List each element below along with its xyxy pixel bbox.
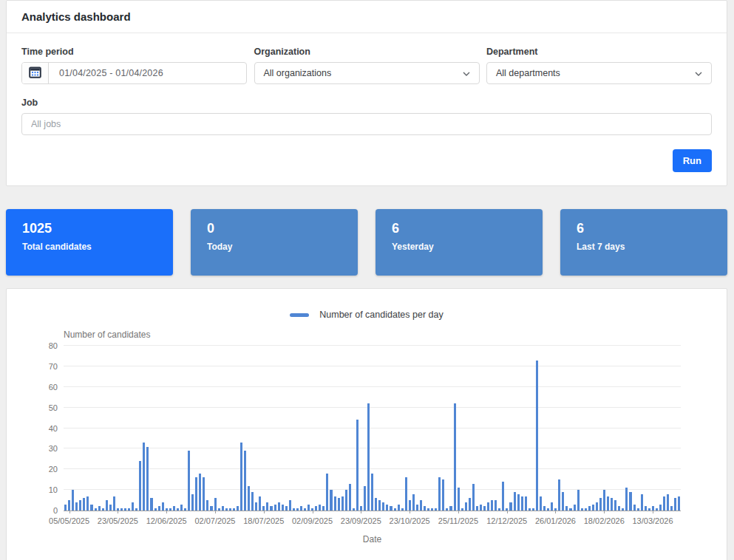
- chart-bar[interactable]: [322, 506, 324, 511]
- chart-bar[interactable]: [237, 506, 239, 511]
- chart-bar[interactable]: [569, 508, 571, 511]
- chart-bar[interactable]: [585, 508, 587, 511]
- chart-bar[interactable]: [663, 496, 665, 511]
- chart-bar[interactable]: [98, 506, 101, 511]
- chart-bar[interactable]: [135, 508, 137, 511]
- chart-bar[interactable]: [356, 420, 358, 511]
- chart-bar[interactable]: [674, 498, 676, 511]
- chart-bar[interactable]: [68, 500, 70, 511]
- chart-bar[interactable]: [177, 508, 179, 511]
- chart-bar[interactable]: [259, 496, 261, 511]
- chart-bar[interactable]: [64, 505, 67, 511]
- chart-bar[interactable]: [461, 508, 463, 511]
- chart-bar[interactable]: [438, 477, 441, 511]
- chart-bar[interactable]: [599, 498, 602, 511]
- chart-bar[interactable]: [158, 506, 160, 511]
- chart-bar[interactable]: [491, 500, 493, 511]
- chart-bar[interactable]: [304, 508, 306, 511]
- chart-bar[interactable]: [188, 451, 190, 511]
- chart-bar[interactable]: [300, 506, 302, 511]
- job-input[interactable]: [21, 113, 712, 135]
- chart-bar[interactable]: [637, 508, 639, 511]
- chart-bar[interactable]: [146, 447, 149, 511]
- chart-bar[interactable]: [285, 506, 288, 511]
- chart-bar[interactable]: [521, 496, 523, 511]
- chart-bar[interactable]: [378, 500, 381, 511]
- chart-bar[interactable]: [124, 508, 126, 511]
- chart-bar[interactable]: [483, 506, 486, 511]
- chart-bar[interactable]: [469, 498, 471, 511]
- chart-bar[interactable]: [565, 506, 568, 511]
- chart-bar[interactable]: [95, 508, 97, 511]
- chart-bar[interactable]: [454, 403, 456, 511]
- chart-bar[interactable]: [472, 484, 475, 511]
- chart-bar[interactable]: [514, 492, 516, 511]
- chart-bar[interactable]: [581, 508, 583, 511]
- chart-bar[interactable]: [398, 505, 400, 511]
- chart-bar[interactable]: [465, 502, 467, 511]
- chart-bar[interactable]: [517, 494, 520, 511]
- chart-bar[interactable]: [191, 494, 194, 511]
- chart-bar[interactable]: [592, 505, 594, 511]
- chart-bar[interactable]: [315, 506, 317, 511]
- chart-bar[interactable]: [588, 506, 591, 511]
- chart-bar[interactable]: [86, 496, 89, 511]
- chart-bar[interactable]: [435, 508, 437, 511]
- chart-bar[interactable]: [577, 490, 580, 511]
- chart-bar[interactable]: [427, 508, 429, 511]
- chart-bar[interactable]: [206, 500, 208, 511]
- chart-bar[interactable]: [562, 492, 564, 511]
- chart-bar[interactable]: [532, 508, 534, 511]
- chart-bar[interactable]: [162, 502, 164, 511]
- chart-bar[interactable]: [386, 505, 388, 511]
- chart-bar[interactable]: [150, 498, 152, 511]
- chart-bar[interactable]: [611, 498, 613, 511]
- chart-bar[interactable]: [446, 508, 448, 511]
- chart-bar[interactable]: [251, 492, 254, 511]
- chart-bar[interactable]: [547, 508, 549, 511]
- chart-bar[interactable]: [648, 508, 650, 511]
- chart-bar[interactable]: [409, 500, 411, 511]
- chart-bar[interactable]: [509, 502, 512, 511]
- chart-bar[interactable]: [543, 506, 546, 511]
- chart-bar[interactable]: [667, 494, 669, 511]
- chart-bar[interactable]: [210, 506, 212, 511]
- department-select[interactable]: All departments: [486, 62, 712, 84]
- chart-bar[interactable]: [154, 508, 157, 511]
- chart-bar[interactable]: [120, 508, 123, 511]
- chart-bar[interactable]: [536, 361, 538, 511]
- chart-bar[interactable]: [442, 479, 444, 511]
- chart-bar[interactable]: [319, 505, 321, 511]
- chart-bar[interactable]: [248, 486, 250, 511]
- chart-bar[interactable]: [274, 505, 276, 511]
- chart-bar[interactable]: [75, 502, 78, 511]
- chart-bar[interactable]: [72, 490, 74, 511]
- chart-bar[interactable]: [244, 451, 246, 511]
- chart-bar[interactable]: [405, 477, 407, 511]
- chart-bar[interactable]: [113, 496, 115, 511]
- chart-bar[interactable]: [128, 508, 130, 511]
- chart-bar[interactable]: [109, 505, 112, 511]
- stat-card-last-7-days[interactable]: 6 Last 7 days: [560, 209, 727, 276]
- chart-bar[interactable]: [540, 496, 542, 511]
- chart-bar[interactable]: [282, 505, 284, 511]
- stat-card-today[interactable]: 0 Today: [191, 209, 358, 276]
- chart-bar[interactable]: [495, 500, 497, 511]
- chart-bar[interactable]: [394, 508, 396, 511]
- chart-bar[interactable]: [195, 477, 197, 511]
- chart-bar[interactable]: [574, 505, 576, 511]
- chart-bar[interactable]: [173, 506, 175, 511]
- chart-bar[interactable]: [278, 502, 280, 511]
- chart-bar[interactable]: [607, 496, 609, 511]
- chart-bar[interactable]: [307, 505, 310, 511]
- chart-bar[interactable]: [102, 508, 104, 511]
- chart-bar[interactable]: [641, 494, 643, 511]
- chart-bar[interactable]: [270, 506, 272, 511]
- chart-bar[interactable]: [229, 508, 231, 511]
- chart-bar[interactable]: [180, 505, 183, 511]
- chart-bar[interactable]: [420, 500, 422, 511]
- run-button[interactable]: Run: [673, 149, 712, 172]
- chart-bar[interactable]: [401, 508, 404, 511]
- chart-bar[interactable]: [296, 508, 299, 511]
- chart-bar[interactable]: [353, 508, 355, 511]
